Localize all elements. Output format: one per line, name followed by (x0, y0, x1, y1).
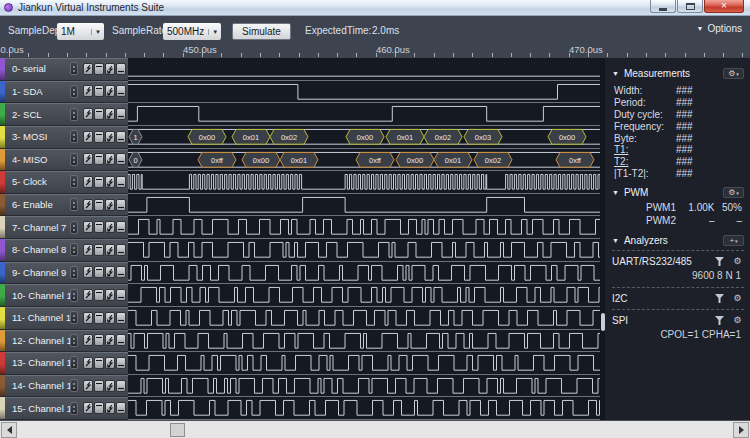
rising-edge-trigger-button[interactable] (83, 357, 93, 369)
channel-row[interactable]: 14- Channel 14 (0, 375, 128, 398)
high-level-trigger-button[interactable] (94, 85, 104, 97)
falling-edge-trigger-button[interactable] (105, 244, 115, 256)
waveform-lane[interactable] (128, 58, 600, 81)
measurement-label[interactable]: T2: (614, 156, 674, 167)
falling-edge-trigger-button[interactable] (105, 312, 115, 324)
collapse-icon[interactable]: ▼ (612, 70, 619, 77)
high-level-trigger-button[interactable] (94, 266, 104, 278)
collapse-icon[interactable]: ▼ (612, 189, 619, 196)
channel-row[interactable]: 9- Channel 9 (0, 262, 128, 285)
high-level-trigger-button[interactable] (94, 176, 104, 188)
filter-button[interactable] (713, 315, 726, 326)
vertical-scrollbar-thumb[interactable] (601, 313, 605, 331)
falling-edge-trigger-button[interactable] (105, 289, 115, 301)
high-level-trigger-button[interactable] (94, 312, 104, 324)
high-level-trigger-button[interactable] (94, 402, 104, 414)
waveform-lane[interactable] (128, 375, 600, 398)
scroll-left-button[interactable] (1, 422, 17, 438)
filter-button[interactable] (713, 293, 726, 304)
options-button[interactable]: ▼ Options (697, 23, 742, 34)
channel-row[interactable]: 4- MISO (0, 149, 128, 172)
high-level-trigger-button[interactable] (94, 153, 104, 165)
channel-toggle-button[interactable] (70, 130, 78, 143)
waveform-lane[interactable] (128, 397, 600, 420)
sample-rate-dropdown[interactable]: 500MHz ▼ (163, 23, 221, 40)
horizontal-scrollbar[interactable] (0, 420, 750, 438)
high-level-trigger-button[interactable] (94, 380, 104, 392)
waveform-lane[interactable]: 10x000x010x020x000x010x020x030x00 (128, 126, 600, 149)
low-level-trigger-button[interactable] (116, 289, 126, 301)
filter-button[interactable] (713, 256, 726, 267)
channel-row[interactable]: 1- SDA (0, 81, 128, 104)
waveform-lane[interactable] (128, 103, 600, 126)
high-level-trigger-button[interactable] (94, 357, 104, 369)
high-level-trigger-button[interactable] (94, 108, 104, 120)
falling-edge-trigger-button[interactable] (105, 176, 115, 188)
rising-edge-trigger-button[interactable] (83, 312, 93, 324)
high-level-trigger-button[interactable] (94, 131, 104, 143)
waveform-lane[interactable] (128, 239, 600, 262)
waveform-lane[interactable] (128, 307, 600, 330)
waveform-lane[interactable] (128, 81, 600, 104)
scroll-right-button[interactable] (733, 422, 749, 438)
maximize-button[interactable] (677, 0, 703, 13)
waveform-lane[interactable]: 00xff0x000x010xff0x000x010x020xff (128, 149, 600, 172)
low-level-trigger-button[interactable] (116, 108, 126, 120)
high-level-trigger-button[interactable] (94, 221, 104, 233)
channel-toggle-button[interactable] (70, 379, 78, 392)
channel-row[interactable]: 0- serial (0, 58, 128, 81)
channel-toggle-button[interactable] (70, 62, 78, 75)
channel-toggle-button[interactable] (70, 198, 78, 211)
waveform-lane[interactable] (128, 352, 600, 375)
rising-edge-trigger-button[interactable] (83, 131, 93, 143)
falling-edge-trigger-button[interactable] (105, 63, 115, 75)
low-level-trigger-button[interactable] (116, 63, 126, 75)
rising-edge-trigger-button[interactable] (83, 334, 93, 346)
low-level-trigger-button[interactable] (116, 221, 126, 233)
channel-toggle-button[interactable] (70, 85, 78, 98)
falling-edge-trigger-button[interactable] (105, 221, 115, 233)
analyzer-settings-button[interactable]: ⚙ (731, 315, 744, 326)
falling-edge-trigger-button[interactable] (105, 85, 115, 97)
channel-toggle-button[interactable] (70, 289, 78, 302)
waveform-lane[interactable] (128, 194, 600, 217)
channel-toggle-button[interactable] (70, 402, 78, 415)
channel-row[interactable]: 8- Channel 8 (0, 239, 128, 262)
channel-toggle-button[interactable] (70, 153, 78, 166)
channel-row[interactable]: 5- Clock (0, 171, 128, 194)
falling-edge-trigger-button[interactable] (105, 380, 115, 392)
channel-row[interactable]: 3- MOSI (0, 126, 128, 149)
rising-edge-trigger-button[interactable] (83, 221, 93, 233)
collapse-icon[interactable]: ▼ (612, 237, 619, 244)
high-level-trigger-button[interactable] (94, 334, 104, 346)
waveform-lane[interactable] (128, 330, 600, 353)
analyzer-row[interactable]: SPI⚙ (612, 313, 744, 327)
simulate-button[interactable]: Simulate (232, 23, 291, 40)
waveform-lane[interactable] (128, 284, 600, 307)
falling-edge-trigger-button[interactable] (105, 199, 115, 211)
channel-row[interactable]: 11- Channel 11 (0, 307, 128, 330)
low-level-trigger-button[interactable] (116, 153, 126, 165)
measurements-settings-button[interactable]: ⚙ ▾ (723, 68, 744, 79)
channel-row[interactable]: 6- Enable (0, 194, 128, 217)
rising-edge-trigger-button[interactable] (83, 244, 93, 256)
channel-row[interactable]: 12- Channel 12 (0, 330, 128, 353)
analyzer-row[interactable]: I2C⚙ (612, 291, 744, 305)
pwm-settings-button[interactable]: ⚙ ▾ (723, 187, 744, 198)
channel-toggle-button[interactable] (70, 334, 78, 347)
analyzer-settings-button[interactable]: ⚙ (731, 293, 744, 304)
analyzer-settings-button[interactable]: ⚙ (731, 256, 744, 267)
falling-edge-trigger-button[interactable] (105, 402, 115, 414)
rising-edge-trigger-button[interactable] (83, 176, 93, 188)
high-level-trigger-button[interactable] (94, 199, 104, 211)
rising-edge-trigger-button[interactable] (83, 402, 93, 414)
rising-edge-trigger-button[interactable] (83, 63, 93, 75)
high-level-trigger-button[interactable] (94, 289, 104, 301)
channel-toggle-button[interactable] (70, 221, 78, 234)
add-analyzer-button[interactable]: + ▾ (723, 235, 744, 246)
rising-edge-trigger-button[interactable] (83, 199, 93, 211)
channel-toggle-button[interactable] (70, 175, 78, 188)
rising-edge-trigger-button[interactable] (83, 108, 93, 120)
channel-row[interactable]: 15- Channel 15 (0, 397, 128, 420)
channel-row[interactable]: 10- Channel 10 (0, 284, 128, 307)
